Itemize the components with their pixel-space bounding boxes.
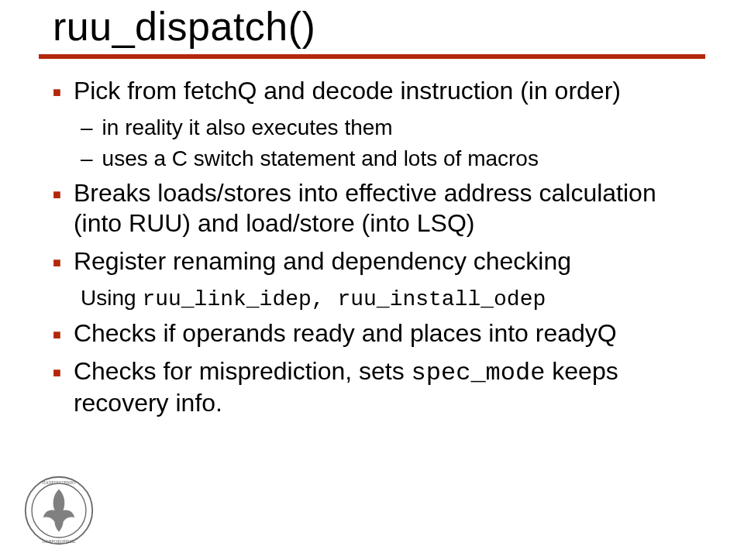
bullet-level1: ■ Checks for misprediction, sets spec_mo… — [53, 356, 705, 418]
dash-bullet-icon: – — [81, 114, 93, 142]
svg-text:ΠΛΗΡΟΦΟΡΙΚΗΣ: ΠΛΗΡΟΦΟΡΙΚΗΣ — [42, 539, 75, 544]
square-bullet-icon: ■ — [53, 255, 61, 277]
bullet-level2: – uses a C switch statement and lots of … — [81, 145, 705, 173]
bullet-level1: ■ Pick from fetchQ and decode instructio… — [53, 76, 705, 106]
code-text: ruu_link_idep, ruu_install_odep — [142, 287, 546, 311]
bullet-text: in reality it also executes them — [102, 114, 705, 142]
bullet-text-pre: Checks for misprediction, sets — [74, 357, 412, 385]
bullet-text: Checks if operands ready and places into… — [74, 318, 705, 349]
bullet-text: Pick from fetchQ and decode instruction … — [74, 76, 705, 106]
university-seal-icon: ΠΑΝΕΠΙΣΤΗΜΙΟ ΠΛΗΡΟΦΟΡΙΚΗΣ — [23, 475, 95, 546]
square-bullet-icon: ■ — [53, 365, 61, 418]
bullet-level1: ■ Breaks loads/stores into effective add… — [53, 178, 705, 239]
square-bullet-icon: ■ — [53, 187, 61, 239]
svg-text:ΠΑΝΕΠΙΣΤΗΜΙΟ: ΠΑΝΕΠΙΣΤΗΜΙΟ — [43, 480, 75, 485]
subtext-prefix: Using — [81, 286, 142, 310]
code-text: spec_mode — [412, 359, 546, 387]
bullet-text: Breaks loads/stores into effective addre… — [74, 178, 705, 239]
bullet-text: Checks for misprediction, sets spec_mode… — [74, 356, 705, 418]
bullet-level2: – in reality it also executes them — [81, 114, 705, 142]
bullet-subtext: Using ruu_link_idep, ruu_install_odep — [81, 284, 705, 314]
dash-bullet-icon: – — [81, 145, 93, 173]
slide-body: ■ Pick from fetchQ and decode instructio… — [0, 59, 744, 418]
square-bullet-icon: ■ — [53, 327, 61, 349]
bullet-level1: ■ Register renaming and dependency check… — [53, 246, 705, 277]
bullet-level1: ■ Checks if operands ready and places in… — [53, 318, 705, 349]
slide-title: ruu_dispatch() — [0, 0, 744, 54]
bullet-text: Register renaming and dependency checkin… — [74, 246, 705, 277]
bullet-text: uses a C switch statement and lots of ma… — [102, 145, 705, 173]
square-bullet-icon: ■ — [53, 84, 61, 106]
